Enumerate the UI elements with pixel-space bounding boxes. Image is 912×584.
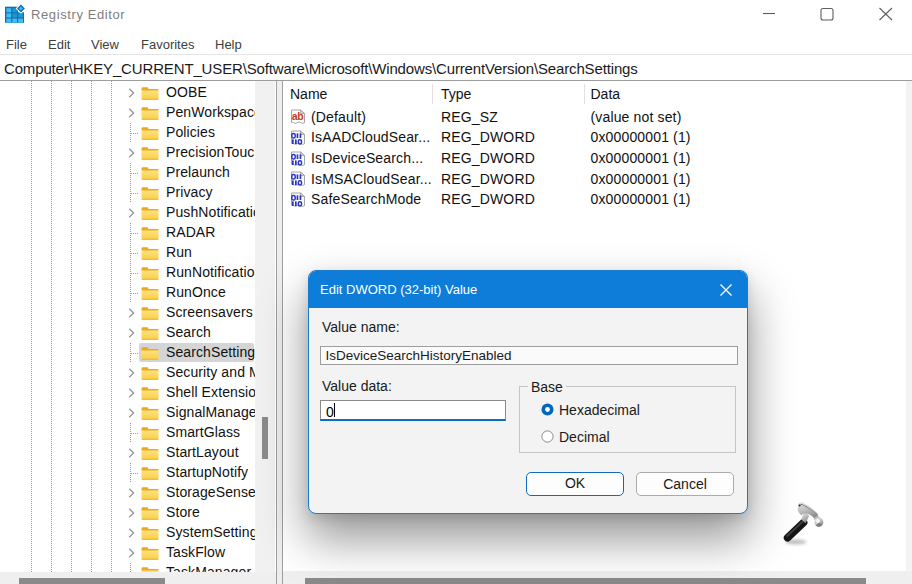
svg-text:ab: ab xyxy=(292,110,303,122)
